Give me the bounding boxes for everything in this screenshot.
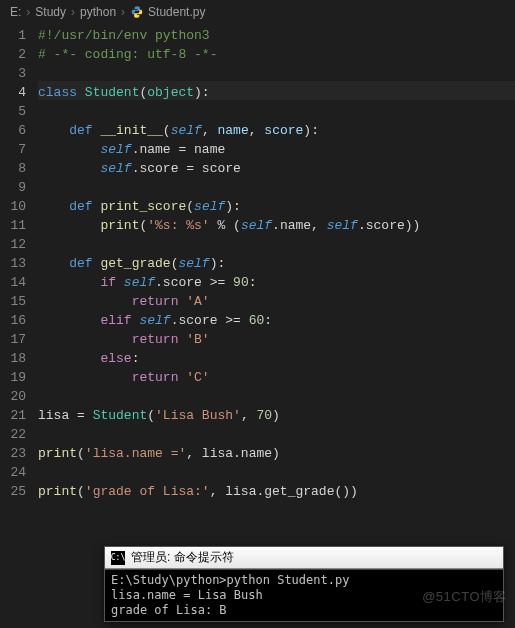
chevron-right-icon: › bbox=[26, 5, 30, 19]
chevron-right-icon: › bbox=[121, 5, 125, 19]
code-area[interactable]: #!/usr/bin/env python3 # -*- coding: utf… bbox=[38, 24, 515, 501]
terminal-window[interactable]: C:\ 管理员: 命令提示符 E:\Study\python>python St… bbox=[104, 546, 504, 622]
bc-file[interactable]: Student.py bbox=[148, 5, 205, 19]
chevron-right-icon: › bbox=[71, 5, 75, 19]
terminal-title: 管理员: 命令提示符 bbox=[131, 549, 234, 566]
bc-folder-1[interactable]: Study bbox=[35, 5, 66, 19]
terminal-titlebar[interactable]: C:\ 管理员: 命令提示符 bbox=[105, 547, 503, 569]
bc-folder-2[interactable]: python bbox=[80, 5, 116, 19]
line-number-gutter: 12345 678910 1112131415 1617181920 21222… bbox=[0, 24, 38, 501]
breadcrumb[interactable]: E: › Study › python › Student.py bbox=[0, 0, 515, 24]
cmd-icon: C:\ bbox=[111, 551, 125, 565]
bc-drive[interactable]: E: bbox=[10, 5, 21, 19]
code-editor[interactable]: 12345 678910 1112131415 1617181920 21222… bbox=[0, 24, 515, 501]
python-file-icon bbox=[130, 5, 144, 19]
terminal-output[interactable]: E:\Study\python>python Student.py lisa.n… bbox=[105, 569, 503, 621]
